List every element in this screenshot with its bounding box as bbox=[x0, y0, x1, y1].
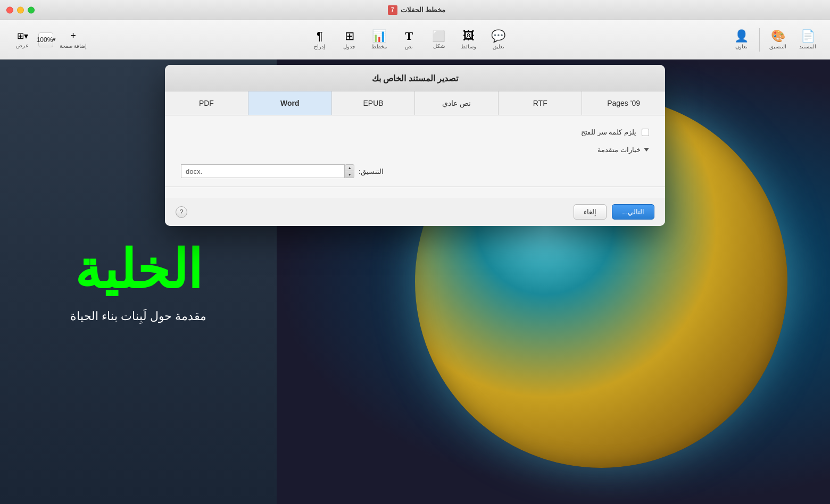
view-button[interactable]: ▾⊞ عرض bbox=[9, 25, 36, 55]
help-button[interactable]: ? bbox=[176, 206, 187, 218]
green-traffic-light[interactable] bbox=[28, 6, 35, 13]
chevron-down-icon: ▾ bbox=[53, 36, 56, 43]
export-tabs: PDF Word EPUB نص عادي RTF Pages '09 bbox=[165, 91, 665, 115]
zoom-value: 100% bbox=[37, 36, 53, 44]
collaborate-icon: 👤 bbox=[734, 30, 749, 42]
stepper-up-button[interactable]: ▲ bbox=[345, 165, 354, 171]
table-button[interactable]: ⊞ جدول bbox=[336, 25, 363, 55]
tab-pdf[interactable]: PDF bbox=[165, 91, 248, 115]
add-page-button[interactable]: + إضافة صفحة bbox=[55, 25, 91, 55]
comment-button[interactable]: 💬 تعليق bbox=[485, 25, 512, 55]
window-title: مخطط الحفلات bbox=[401, 6, 446, 14]
comment-label: تعليق bbox=[493, 44, 504, 49]
insert-button[interactable]: ¶ إدراج bbox=[306, 25, 334, 55]
dialog-overlay: تصدير المستند الخاص بك PDF Word EPUB نص … bbox=[0, 60, 830, 504]
titlebar: مخطط الحفلات 7 bbox=[0, 0, 830, 20]
tab-epub[interactable]: EPUB bbox=[332, 91, 416, 115]
dialog-body: يلزم كلمة سر للفتح خيارات متقدمة التنسيق… bbox=[165, 115, 665, 198]
tab-rtf[interactable]: RTF bbox=[499, 91, 582, 115]
format-input-field[interactable] bbox=[206, 164, 345, 178]
dialog-titlebar: تصدير المستند الخاص بك bbox=[165, 65, 665, 91]
export-dialog: تصدير المستند الخاص بك PDF Word EPUB نص … bbox=[165, 65, 665, 226]
text-label: نص bbox=[405, 44, 413, 49]
red-traffic-light[interactable] bbox=[6, 6, 13, 13]
chart-icon: 📊 bbox=[372, 30, 386, 42]
format-stepper[interactable]: ▲ ▼ bbox=[345, 164, 354, 178]
dialog-footer: التالي... إلغاء ? bbox=[165, 198, 665, 226]
format-input-group: ▲ ▼ .docx bbox=[181, 164, 354, 178]
dialog-separator bbox=[165, 187, 665, 187]
password-row: يلزم كلمة سر للفتح bbox=[181, 128, 649, 136]
collaborate-button[interactable]: 👤 تعاون bbox=[727, 25, 755, 55]
main-area: الخلية مقدمة حول لَبِنات بناء الحياة تصد… bbox=[0, 60, 830, 504]
separator-1 bbox=[759, 28, 760, 52]
text-icon: T bbox=[405, 30, 413, 42]
view-label: عرض bbox=[16, 43, 29, 48]
text-button[interactable]: T نص bbox=[395, 25, 423, 55]
collaborate-label: تعاون bbox=[735, 44, 748, 49]
advanced-expand-icon bbox=[644, 148, 649, 152]
document-label: المستند bbox=[799, 44, 816, 49]
media-button[interactable]: 🖼 وسائط bbox=[455, 25, 483, 55]
toolbar: 📄 المستند 🎨 التنسيق 👤 تعاون 💬 تعليق 🖼 وس… bbox=[0, 20, 830, 60]
tab-word[interactable]: Word bbox=[248, 91, 332, 115]
format-button[interactable]: 🎨 التنسيق bbox=[764, 25, 792, 55]
plus-icon: + bbox=[70, 30, 76, 41]
document-button[interactable]: 📄 المستند bbox=[794, 25, 821, 55]
table-icon: ⊞ bbox=[345, 30, 354, 42]
add-page-label: إضافة صفحة bbox=[60, 43, 87, 49]
format-extension: .docx bbox=[181, 164, 206, 178]
tab-pages09[interactable]: Pages '09 bbox=[582, 91, 665, 115]
app-icon: 7 bbox=[388, 5, 397, 15]
tab-plaintext[interactable]: نص عادي bbox=[415, 91, 499, 115]
shape-button[interactable]: ⬜ شكل bbox=[425, 25, 453, 55]
dialog-title: تصدير المستند الخاص بك bbox=[372, 73, 458, 83]
cancel-button[interactable]: إلغاء bbox=[574, 204, 607, 220]
toolbar-right-group: 📄 المستند 🎨 التنسيق 👤 تعاون bbox=[727, 25, 821, 55]
stepper-down-button[interactable]: ▼ bbox=[345, 171, 354, 178]
footer-buttons: التالي... إلغاء bbox=[574, 204, 654, 220]
insert-icon: ¶ bbox=[317, 30, 323, 42]
password-label: يلزم كلمة سر للفتح bbox=[581, 128, 636, 136]
password-checkbox[interactable] bbox=[642, 129, 649, 136]
traffic-lights bbox=[6, 6, 35, 13]
shape-label: شكل bbox=[433, 43, 445, 49]
document-icon: 📄 bbox=[801, 30, 815, 42]
chart-label: مخطط bbox=[371, 44, 387, 49]
format-row: التنسيق: ▲ ▼ .docx bbox=[181, 164, 649, 178]
media-icon: 🖼 bbox=[463, 30, 475, 42]
format-label: التنسيق bbox=[769, 44, 786, 49]
advanced-options-row[interactable]: خيارات متقدمة bbox=[181, 146, 649, 154]
next-button[interactable]: التالي... bbox=[612, 204, 654, 220]
toolbar-center-group: 💬 تعليق 🖼 وسائط ⬜ شكل T نص 📊 مخطط ⊞ جدول… bbox=[306, 25, 512, 55]
advanced-label: خيارات متقدمة bbox=[597, 146, 641, 154]
format-icon: 🎨 bbox=[771, 30, 785, 42]
toolbar-left-group: + إضافة صفحة ▾ 100% ▾⊞ عرض bbox=[9, 25, 91, 55]
comment-icon: 💬 bbox=[491, 30, 505, 42]
chart-button[interactable]: 📊 مخطط bbox=[366, 25, 393, 55]
format-label-text: التنسيق: bbox=[359, 167, 384, 175]
table-label: جدول bbox=[343, 44, 355, 49]
media-label: وسائط bbox=[461, 44, 476, 49]
shape-icon: ⬜ bbox=[432, 31, 445, 41]
view-icon: ▾⊞ bbox=[17, 31, 28, 41]
insert-label: إدراج bbox=[314, 44, 325, 49]
zoom-control: ▾ 100% bbox=[38, 32, 53, 47]
zoom-dropdown-button[interactable]: ▾ 100% bbox=[38, 32, 53, 47]
yellow-traffic-light[interactable] bbox=[17, 6, 24, 13]
